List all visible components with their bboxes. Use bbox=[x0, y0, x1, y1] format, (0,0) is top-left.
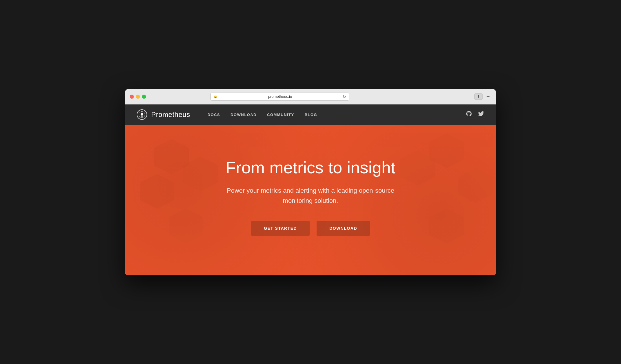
nav-item-blog[interactable]: BLOG bbox=[305, 112, 317, 117]
nav-link-community[interactable]: COMMUNITY bbox=[267, 113, 294, 117]
hero-subtitle: Power your metrics and alerting with a l… bbox=[212, 185, 409, 206]
brand-name: Prometheus bbox=[151, 111, 190, 119]
github-icon bbox=[466, 111, 472, 117]
twitter-icon bbox=[478, 111, 484, 117]
maximize-button[interactable] bbox=[142, 95, 146, 99]
navbar-social-icons bbox=[466, 111, 484, 118]
navbar-nav: DOCS DOWNLOAD COMMUNITY BLOG bbox=[207, 112, 317, 117]
address-bar: 🔒 prometheus.io ↻ bbox=[210, 93, 349, 101]
download-button[interactable]: DOWNLOAD bbox=[317, 221, 370, 236]
get-started-button[interactable]: GET STARTED bbox=[251, 221, 310, 236]
svg-marker-5 bbox=[458, 168, 493, 203]
traffic-lights bbox=[130, 95, 146, 99]
svg-marker-4 bbox=[429, 133, 464, 168]
svg-marker-1 bbox=[154, 139, 189, 174]
nav-item-community[interactable]: COMMUNITY bbox=[267, 112, 294, 117]
lock-icon: 🔒 bbox=[213, 95, 218, 98]
hero-section: From metrics to insight Power your metri… bbox=[125, 125, 496, 275]
nav-link-blog[interactable]: BLOG bbox=[305, 113, 317, 117]
reload-button[interactable]: ↻ bbox=[343, 94, 346, 99]
hero-title: From metrics to insight bbox=[226, 158, 396, 177]
website: Prometheus DOCS DOWNLOAD COMMUNITY BLOG bbox=[125, 104, 496, 275]
svg-marker-6 bbox=[400, 151, 435, 185]
nav-item-download[interactable]: DOWNLOAD bbox=[231, 112, 257, 117]
minimize-button[interactable] bbox=[136, 95, 140, 99]
nav-link-download[interactable]: DOWNLOAD bbox=[231, 113, 257, 117]
svg-marker-3 bbox=[140, 174, 174, 209]
browser-chrome: 🔒 prometheus.io ↻ ⬇ + bbox=[125, 89, 496, 104]
nav-link-docs[interactable]: DOCS bbox=[207, 113, 220, 117]
brand-link[interactable]: Prometheus bbox=[137, 109, 190, 120]
browser-actions: ⬇ + bbox=[474, 93, 491, 100]
svg-marker-7 bbox=[169, 209, 203, 243]
nav-item-docs[interactable]: DOCS bbox=[207, 112, 220, 117]
navbar: Prometheus DOCS DOWNLOAD COMMUNITY BLOG bbox=[125, 104, 496, 125]
url-text[interactable]: prometheus.io bbox=[219, 94, 341, 99]
new-tab-button[interactable]: + bbox=[485, 93, 491, 100]
browser-window: 🔒 prometheus.io ↻ ⬇ + Prometheus bbox=[125, 89, 496, 275]
brand-logo bbox=[137, 109, 147, 120]
prometheus-logo-icon bbox=[139, 111, 145, 118]
close-button[interactable] bbox=[130, 95, 134, 99]
twitter-link[interactable] bbox=[478, 111, 484, 118]
browser-download-button[interactable]: ⬇ bbox=[474, 93, 483, 100]
hero-buttons: GET STARTED DOWNLOAD bbox=[251, 221, 370, 236]
github-link[interactable] bbox=[466, 111, 472, 118]
svg-marker-8 bbox=[429, 209, 464, 243]
